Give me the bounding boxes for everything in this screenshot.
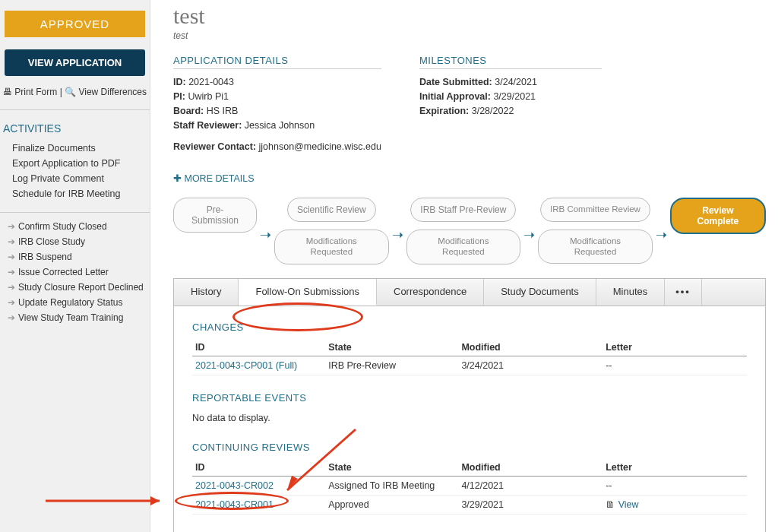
col-state[interactable]: State	[325, 339, 458, 356]
main-content: test test APPLICATION DETAILS ID: 2021-0…	[150, 0, 778, 532]
status-badge: APPROVED	[5, 11, 145, 37]
col-state[interactable]: State	[325, 459, 458, 477]
activity-item[interactable]: ➔View Study Team Training	[8, 310, 144, 325]
app-board: HS IRB	[207, 106, 239, 116]
activity-item[interactable]: Export Application to PDF	[12, 156, 144, 171]
activity-item[interactable]: ➔IRB Close Study	[8, 234, 144, 249]
workflow-mods-node: Modifications Requested	[406, 230, 521, 264]
arrow-right-icon: ➔	[8, 312, 18, 323]
milestones: MILESTONES Date Submitted: 3/24/2021 Ini…	[419, 55, 602, 156]
arrow-right-icon: ➔	[8, 236, 18, 247]
plus-icon: ✚	[173, 173, 184, 184]
changes-heading: CHANGES	[192, 321, 747, 333]
print-row: 🖶 Print Form | 🔍 View Differences	[0, 84, 150, 106]
tab-minutes[interactable]: Minutes	[596, 279, 666, 306]
document-icon: 🗎	[606, 499, 615, 510]
activity-item[interactable]: ➔Update Regulatory Status	[8, 295, 144, 310]
no-data-text: No data to display.	[192, 410, 747, 425]
arrow-right-icon: ➝	[523, 226, 535, 243]
tab-history[interactable]: History	[174, 279, 239, 306]
cr-id-link[interactable]: 2021-0043-CR001	[195, 499, 274, 510]
initial-approval: 3/29/2021	[493, 91, 536, 102]
expiration: 3/28/2022	[472, 106, 514, 116]
workflow-node: Pre-Submission	[173, 198, 257, 233]
tab-more[interactable]: •••	[665, 279, 702, 306]
continuing-table: ID State Modified Letter 2021-0043-CR002…	[192, 459, 747, 515]
app-reviewer: Jessica Johnson	[245, 120, 315, 131]
col-letter[interactable]: Letter	[602, 459, 747, 477]
col-letter[interactable]: Letter	[602, 339, 747, 356]
change-id-link[interactable]: 2021-0043-CP001 (Full)	[195, 360, 297, 371]
activity-item[interactable]: Finalize Documents	[12, 141, 144, 156]
col-modified[interactable]: Modified	[458, 459, 602, 477]
arrow-right-icon: ➔	[8, 221, 18, 232]
reviewer-contact: jjohnson@medicine.wisc.edu	[259, 141, 381, 152]
page-subtitle: test	[173, 30, 766, 41]
workflow-diagram: Pre-Submission ➝ Scientific Review Modif…	[173, 198, 766, 264]
secondary-activities-list: ➔Confirm Study Closed ➔IRB Close Study ➔…	[0, 212, 150, 325]
activity-item[interactable]: ➔IRB Suspend	[8, 249, 144, 264]
arrow-right-icon: ➔	[8, 267, 18, 277]
print-form-link[interactable]: Print Form	[14, 87, 57, 97]
reportable-heading: REPORTABLE EVENTS	[192, 392, 747, 404]
workflow-node: IRB Committee Review	[540, 198, 650, 222]
primary-activities-list: Finalize Documents Export Application to…	[0, 141, 150, 209]
tab-strip: History Follow-On Submissions Correspond…	[173, 278, 766, 306]
arrow-right-icon: ➝	[260, 226, 271, 243]
changes-table: ID State Modified Letter 2021-0043-CP001…	[192, 339, 747, 375]
col-id[interactable]: ID	[192, 459, 325, 477]
section-heading: MILESTONES	[419, 55, 602, 69]
arrow-right-icon: ➔	[8, 252, 18, 262]
more-details-toggle[interactable]: ✚ MORE DETAILS	[173, 173, 255, 184]
activity-item[interactable]: ➔Issue Corrected Letter	[8, 264, 144, 280]
table-row: 2021-0043-CR002 Assigned To IRB Meeting …	[192, 476, 747, 495]
continuing-heading: CONTINUING REVIEWS	[192, 442, 747, 453]
section-heading: APPLICATION DETAILS	[173, 55, 381, 69]
workflow-node: IRB Staff Pre-Review	[410, 198, 516, 222]
arrow-right-icon: ➔	[8, 297, 18, 308]
app-pi: Uwirb Pi1	[188, 91, 229, 102]
sidebar: APPROVED VIEW APPLICATION 🖶 Print Form |…	[0, 0, 150, 532]
divider	[0, 109, 150, 110]
application-details: APPLICATION DETAILS ID: 2021-0043 PI: Uw…	[173, 55, 381, 156]
tab-content: CHANGES ID State Modified Letter 2021-00…	[173, 306, 766, 532]
search-icon: 🔍	[65, 87, 78, 97]
col-id[interactable]: ID	[192, 339, 325, 356]
tab-correspondence[interactable]: Correspondence	[377, 279, 484, 306]
page-title: test	[173, 3, 766, 29]
table-row: 2021-0043-CR001 Approved 3/29/2021 🗎 Vie…	[192, 495, 747, 514]
date-submitted: 3/24/2021	[495, 77, 537, 87]
arrow-right-icon: ➝	[392, 226, 403, 243]
cr-id-link[interactable]: 2021-0043-CR002	[195, 480, 274, 491]
arrow-right-icon: ➔	[8, 282, 18, 293]
app-id: 2021-0043	[188, 77, 234, 87]
view-application-button[interactable]: VIEW APPLICATION	[5, 49, 145, 76]
workflow-node: Scientific Review	[287, 198, 376, 222]
activity-item[interactable]: ➔Confirm Study Closed	[8, 219, 144, 234]
activities-heading: ACTIVITIES	[0, 118, 150, 141]
view-differences-link[interactable]: View Differences	[78, 87, 147, 97]
workflow-node-active: Review Complete	[670, 198, 766, 234]
col-modified[interactable]: Modified	[458, 339, 602, 356]
print-icon: 🖶	[3, 87, 14, 97]
tab-study-documents[interactable]: Study Documents	[484, 279, 596, 306]
activity-item[interactable]: Log Private Comment	[12, 171, 144, 186]
activity-item[interactable]: ➔Study Closure Report Declined	[8, 280, 144, 295]
activity-item[interactable]: Schedule for IRB Meeting	[12, 186, 144, 201]
view-letter-link[interactable]: View	[618, 499, 639, 510]
table-row: 2021-0043-CP001 (Full) IRB Pre-Review 3/…	[192, 356, 747, 375]
arrow-right-icon: ➝	[656, 226, 667, 243]
tab-follow-on-submissions[interactable]: Follow-On Submissions	[239, 279, 377, 306]
workflow-mods-node: Modifications Requested	[538, 230, 653, 264]
workflow-mods-node: Modifications Requested	[274, 230, 389, 264]
